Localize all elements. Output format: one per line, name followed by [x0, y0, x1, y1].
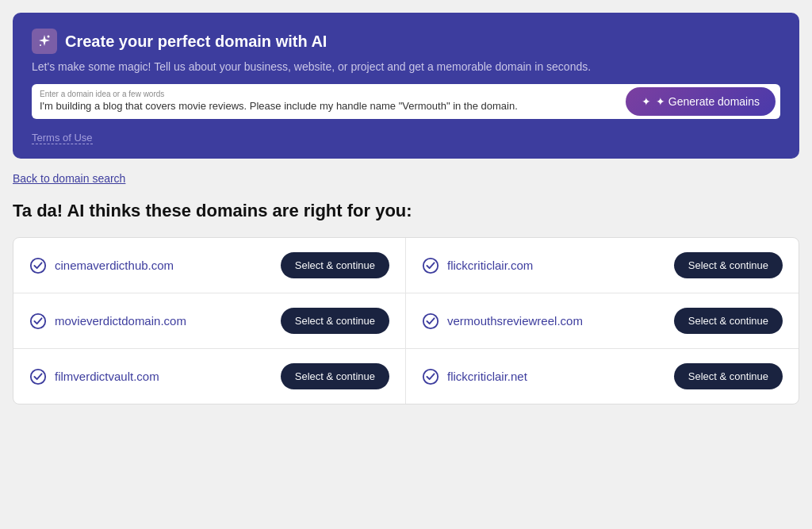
- input-wrapper: Enter a domain idea or a few words: [32, 86, 621, 117]
- domain-cell-0-0: cinemaverdicthub.com Select & continue: [13, 238, 406, 293]
- domain-input-row: Enter a domain idea or a few words ✦ ✦ G…: [32, 84, 780, 119]
- domain-cell-1-0: movieverdictdomain.com Select & continue: [13, 293, 406, 348]
- check-circle-icon: [422, 368, 439, 385]
- hero-subtitle: Let's make some magic! Tell us about you…: [32, 60, 780, 73]
- svg-point-2: [31, 258, 45, 272]
- input-label: Enter a domain idea or a few words: [40, 90, 613, 98]
- hero-banner: Create your perfect domain with AI Let's…: [13, 13, 799, 159]
- domain-name-2-1: flickcriticlair.net: [447, 370, 527, 383]
- select-continue-button-0-1[interactable]: Select & continue: [674, 252, 783, 278]
- select-continue-button-1-1[interactable]: Select & continue: [674, 308, 783, 334]
- svg-point-5: [423, 313, 438, 328]
- svg-point-4: [31, 313, 45, 328]
- select-continue-button-2-1[interactable]: Select & continue: [674, 363, 783, 389]
- results-heading: Ta da! AI thinks these domains are right…: [13, 201, 799, 221]
- check-circle-icon: [29, 312, 47, 330]
- select-continue-button-0-0[interactable]: Select & continue: [281, 252, 389, 278]
- domain-left-1-0: movieverdictdomain.com: [29, 312, 186, 330]
- main-container: Create your perfect domain with AI Let's…: [13, 13, 799, 404]
- check-circle-icon: [29, 368, 47, 385]
- hero-title-row: Create your perfect domain with AI: [32, 29, 780, 54]
- hero-title: Create your perfect domain with AI: [65, 33, 327, 51]
- svg-point-7: [423, 369, 438, 383]
- domain-left-1-1: vermouthsreviewreel.com: [422, 312, 583, 330]
- svg-point-1: [40, 44, 41, 46]
- check-circle-icon: [422, 257, 439, 274]
- svg-point-6: [31, 369, 45, 383]
- domain-idea-input[interactable]: [40, 100, 613, 112]
- select-continue-button-2-0[interactable]: Select & continue: [281, 363, 389, 389]
- domain-left-0-1: flickcriticlair.com: [422, 257, 533, 274]
- domain-row-2: filmverdictvault.com Select & continue f…: [13, 349, 799, 404]
- domain-name-2-0: filmverdictvault.com: [55, 370, 159, 383]
- svg-point-3: [423, 258, 438, 272]
- domain-name-0-1: flickcriticlair.com: [447, 259, 533, 272]
- terms-of-use-link[interactable]: Terms of Use: [32, 132, 93, 144]
- sparkle-icon: ✦: [642, 95, 651, 108]
- domain-left-2-0: filmverdictvault.com: [29, 368, 159, 385]
- check-circle-icon: [29, 257, 47, 274]
- select-continue-button-1-0[interactable]: Select & continue: [281, 308, 389, 334]
- domain-cell-2-1: flickcriticlair.net Select & continue: [406, 349, 799, 404]
- ai-sparkle-icon: [32, 29, 57, 54]
- svg-point-0: [48, 36, 50, 38]
- domain-cell-1-1: vermouthsreviewreel.com Select & continu…: [406, 293, 799, 348]
- domain-left-0-0: cinemaverdicthub.com: [29, 257, 174, 274]
- domain-row-1: movieverdictdomain.com Select & continue…: [13, 293, 799, 349]
- domain-row-0: cinemaverdicthub.com Select & continue f…: [13, 238, 799, 293]
- domain-name-1-0: movieverdictdomain.com: [55, 314, 186, 328]
- generate-button-label: ✦ Generate domains: [656, 95, 760, 108]
- generate-domains-button[interactable]: ✦ ✦ Generate domains: [626, 87, 776, 116]
- check-circle-icon: [422, 312, 439, 330]
- domain-cell-2-0: filmverdictvault.com Select & continue: [13, 349, 406, 404]
- domain-name-1-1: vermouthsreviewreel.com: [447, 314, 583, 328]
- domain-name-0-0: cinemaverdicthub.com: [55, 259, 174, 272]
- back-to-domain-search-link[interactable]: Back to domain search: [13, 172, 125, 185]
- domain-cell-0-1: flickcriticlair.com Select & continue: [406, 238, 799, 293]
- domain-left-2-1: flickcriticlair.net: [422, 368, 527, 385]
- domain-results-grid: cinemaverdicthub.com Select & continue f…: [13, 237, 799, 404]
